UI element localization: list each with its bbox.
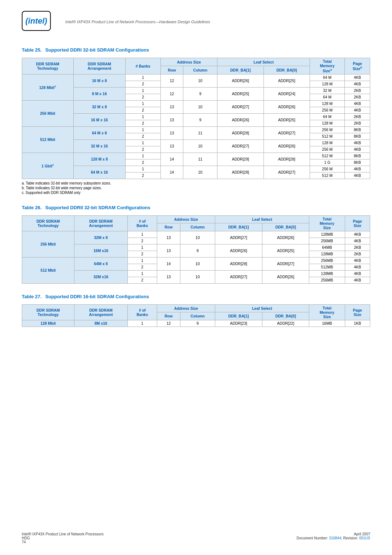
- th-banks-25: # Banks: [126, 58, 161, 74]
- arr-64mx8-26: 64M x 8: [74, 257, 127, 270]
- col-11-1: 11: [183, 126, 217, 139]
- table-row: 256 Mbit 32 M x 8 1 13 10 ADDR[27] ADDR[…: [22, 100, 370, 107]
- footer-line2: HDG: [22, 536, 103, 540]
- bank-1c: 1: [126, 100, 161, 107]
- table-row: 32 M x 16 1 13 10 ADDR[27] ADDR[26] 128 …: [22, 139, 370, 146]
- th-banks-26: # ofBanks: [127, 215, 157, 231]
- bank-1j: 1: [127, 244, 157, 251]
- ba1-addr28-1: ADDR[28]: [217, 126, 264, 139]
- page-4kb-5: 4KB: [345, 139, 370, 146]
- page-4kb-6: 4KB: [345, 146, 370, 153]
- ba1-addr25: ADDR[25]: [217, 87, 264, 100]
- th-ddr-arr-26: DDR SDRAMArrangement: [74, 215, 127, 231]
- row-13-4: 13: [160, 139, 183, 153]
- intel-logo: (intel): [22, 11, 51, 31]
- table-25: DDR SDRAMTechnology DDR SDRAMArrangement…: [22, 58, 370, 179]
- arr-8mx16: 8 M x 16: [73, 87, 126, 100]
- ba0-addr25-2: ADDR[25]: [264, 113, 310, 126]
- page-footer: Intel® IXP43X Product Line of Network Pr…: [22, 532, 370, 544]
- th-ba1-27: DDR_BA[1]: [215, 312, 262, 320]
- bank-2f: 2: [126, 146, 161, 153]
- bank-1l: 1: [127, 270, 157, 277]
- table27-subtitle: Supported DDRI 16-bit SDRAM Configuratio…: [45, 294, 149, 299]
- th-addr-size-26: Address Size: [157, 215, 215, 223]
- table-26: DDR SDRAMTechnology DDR SDRAMArrangement…: [22, 215, 370, 284]
- table-row: 16M x16 1 13 9 ADDR[26] ADDR[25] 64MB 2K…: [22, 244, 370, 251]
- mem-128m: 128 M: [310, 81, 345, 87]
- th-page-size-26: PageSize: [345, 215, 370, 231]
- mem-64m: 64 M: [310, 74, 345, 81]
- page-4kb-1: 4KB: [345, 74, 370, 81]
- table25-notes: a. Table indicates 32-bit wide memory su…: [22, 181, 370, 195]
- mem-1g: 1 G: [310, 159, 345, 166]
- bank-1b: 1: [126, 87, 161, 94]
- page-4kb-4: 4KB: [345, 107, 370, 113]
- table-27: DDR SDRAMTechnology DDR SDRAMArrangement…: [22, 304, 370, 327]
- arr-32mx16-26: 32M x16: [74, 270, 127, 283]
- row-14-1: 14: [160, 153, 183, 166]
- mem-128mb-1: 128MB: [309, 231, 345, 238]
- table25-number: Table 25.: [22, 47, 42, 53]
- arr-32mx16: 32 M x 16: [73, 139, 126, 153]
- mem-16mb-27: 16MB: [309, 320, 345, 327]
- col-10-26-1: 10: [180, 231, 215, 244]
- mem-512m-1: 512 M: [310, 133, 345, 139]
- bank-2: 2: [126, 81, 161, 87]
- page-8kb-3: 8KB: [345, 153, 370, 159]
- ba0-addr26-3: ADDR[26]: [264, 139, 310, 153]
- page-2kb-26-2: 2KB: [345, 251, 370, 257]
- arr-64mx8: 64 M x 8: [73, 126, 126, 139]
- ba0-addr28-1: ADDR[28]: [264, 153, 310, 166]
- bank-2h: 2: [126, 172, 161, 179]
- page-4kb-8: 4KB: [345, 172, 370, 179]
- th-ba0-25: DDR_BA[0]: [264, 66, 310, 74]
- mem-512mb-1: 512MB: [309, 264, 345, 270]
- bank-2g: 2: [126, 159, 161, 166]
- footer-left: Intel® IXP43X Product Line of Network Pr…: [22, 532, 103, 544]
- mem-64mb-1: 64MB: [309, 244, 345, 251]
- arr-64mx16: 64 M x 16: [73, 166, 126, 179]
- footer-docnum: Document Number: 316844; Revision: 001US: [297, 536, 370, 540]
- mem-256mb-3: 256MB: [309, 277, 345, 283]
- table26-subtitle: Supported DDRII 32-bit SDRAM Configurati…: [45, 205, 151, 210]
- mem-64m-2: 64 M: [310, 94, 345, 100]
- bank-2e: 2: [126, 133, 161, 139]
- footer-line3: 74: [22, 540, 103, 544]
- th-total-mem-25: TotalMemorySizea: [310, 58, 345, 74]
- page-2kb-3: 2KB: [345, 113, 370, 120]
- ba0-addr24: ADDR[24]: [264, 87, 310, 100]
- ba1-addr26-2: ADDR[26]: [217, 113, 264, 126]
- ba0-addr25-26-2: ADDR[25]: [262, 244, 309, 257]
- mem-256mb-1: 256MB: [309, 238, 345, 244]
- tech-512mbit-26: 512 Mbit: [22, 257, 74, 283]
- th-page-size-27: PageSize: [345, 304, 370, 320]
- table-row: 512 Mbit 64M x 8 1 14 10 ADDR[28] ADDR[2…: [22, 257, 370, 264]
- bank-1e: 1: [126, 126, 161, 133]
- footer-date: April 2007: [297, 532, 370, 536]
- th-ddr-tech-25: DDR SDRAMTechnology: [22, 58, 74, 74]
- arr-8mx16-27: 8M x16: [74, 320, 127, 327]
- footer-right: April 2007 Document Number: 316844; Revi…: [297, 532, 370, 544]
- row-13-3: 13: [160, 126, 183, 139]
- arr-16mx16: 16 M x 16: [73, 113, 126, 126]
- mem-256m-1: 256 M: [310, 107, 345, 113]
- page-8kb-2: 8KB: [345, 133, 370, 139]
- mem-128m-1: 128 M: [310, 100, 345, 107]
- mem-128mb-2: 128MB: [309, 251, 345, 257]
- th-total-mem-27: TotalMemorySize: [309, 304, 345, 320]
- arr-16mx8: 16 M x 8: [73, 74, 126, 87]
- table-27-section: Table 27. Supported DDRI 16-bit SDRAM Co…: [22, 294, 370, 327]
- page-4kb-26-2: 4KB: [345, 238, 370, 244]
- mem-128mb-3: 128MB: [309, 270, 345, 277]
- table-row: 32M x16 1 13 10 ADDR[27] ADDR[26] 128MB …: [22, 270, 370, 277]
- table-row: 128 Mbit 8M x16 1 12 9 ADDR[23] ADDR[22]…: [22, 320, 370, 327]
- col-9-1: 9: [183, 87, 217, 100]
- bank-1i: 1: [127, 231, 157, 238]
- page-4kb-26-5: 4KB: [345, 270, 370, 277]
- ba0-addr22-27: ADDR[22]: [262, 320, 309, 327]
- th-leaf-select-25: Leaf Select: [217, 58, 310, 66]
- table27-number: Table 27.: [22, 294, 42, 299]
- th-ddr-tech-27: DDR SDRAMTechnology: [22, 304, 74, 320]
- ba0-addr27-1: ADDR[27]: [264, 126, 310, 139]
- ba1-addr26-26-2: ADDR[26]: [215, 244, 262, 257]
